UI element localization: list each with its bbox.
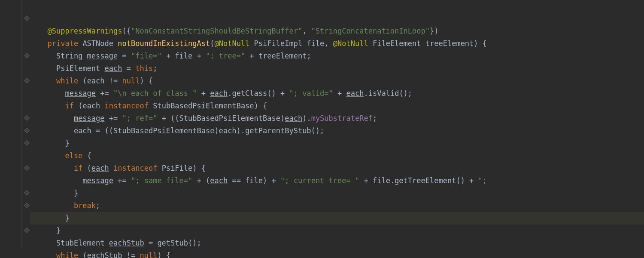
code-token: if [65,101,78,110]
code-token: + file + [162,52,206,60]
code-line[interactable]: PsiElement each = this; [30,62,644,75]
code-token: ( [87,164,91,172]
code-token: @NotNull [333,39,373,48]
code-token: } [74,189,78,197]
fold-collapse-icon[interactable] [24,227,30,233]
fold-end-icon [24,115,30,121]
code-token: each [219,126,237,135]
fold-end-icon [24,165,30,171]
code-token [100,101,104,110]
fold-collapse-icon[interactable] [24,15,30,21]
gutter-row [0,112,30,125]
code-token: , [302,27,311,35]
code-token: .getClass() + [228,89,289,98]
code-token: @SuppressWarnings [47,27,122,35]
code-editor[interactable]: @SuppressWarnings({"NonConstantStringSho… [0,0,644,258]
code-token: message [87,52,118,60]
code-line[interactable]: message += "; ref=" + ((StubBasedPsiElem… [30,112,644,125]
code-token: ). [302,114,311,123]
gutter-row [0,212,30,224]
code-token: } [65,214,69,222]
code-line[interactable]: } [30,212,644,224]
code-token: if [74,164,87,172]
code-line[interactable]: private ASTNode notBoundInExistingAst(@N… [30,37,644,50]
code-token: }) [430,27,438,35]
code-token: mySubstrateRef [311,114,373,123]
code-token: "file=" [131,52,162,60]
code-token: each [346,89,364,98]
code-token: == file) + [228,176,280,185]
code-token: = [118,52,131,60]
code-token: + ( [192,176,210,185]
code-line[interactable]: else { [30,150,644,162]
code-token: null [140,251,157,258]
code-token: } [56,226,61,235]
code-token: ).getParentByStub(); [237,126,325,135]
code-line[interactable]: } [30,137,644,150]
gutter-row [0,150,30,162]
code-line[interactable]: StubElement eachStub = getStub(); [30,237,644,249]
gutter-row [0,100,30,112]
gutter-row [0,0,30,12]
code-line[interactable]: if (each instanceof StubBasedPsiElementB… [30,100,644,112]
code-token: ; [373,114,377,123]
code-token: PsiFile) { [162,164,206,172]
code-line[interactable]: if (each instanceof PsiFile) { [30,162,644,175]
code-line[interactable]: } [30,187,644,200]
code-token [109,164,113,172]
code-line[interactable]: message += "\n each of class " + each.ge… [30,87,644,100]
fold-collapse-icon[interactable] [24,53,30,58]
code-token: eachStub [109,239,144,247]
code-token: += [105,114,122,123]
code-token: "\n each of class " [113,89,197,98]
gutter-row [0,137,30,150]
code-token: FileElement treeElement) { [373,39,487,48]
code-token: = [122,64,136,73]
code-area[interactable]: @SuppressWarnings({"NonConstantStringSho… [30,0,644,258]
fold-collapse-icon[interactable] [24,78,30,83]
code-token: PsiElement [56,64,105,73]
code-line[interactable]: while (each != null) { [30,75,644,87]
code-token: ASTNode [82,39,118,48]
fold-collapse-icon[interactable] [24,128,30,133]
code-token: "; ref=" [122,114,158,123]
code-line[interactable]: while (eachStub != null) { [30,249,644,258]
code-line[interactable]: } [30,224,644,237]
gutter-row [0,37,30,50]
gutter-row [0,162,30,175]
code-token: ( [82,77,87,85]
code-token: each [74,126,91,135]
code-token: + treeElement; [245,52,311,60]
fold-end-icon [24,203,30,208]
code-token: "StringConcatenationInLoop" [311,27,430,35]
code-token: ( [210,39,214,48]
code-line[interactable]: each = ((StubBasedPsiElementBase)each).g… [30,125,644,137]
code-token: += [96,89,113,98]
code-token: @NotNull [214,39,254,48]
code-token: ({ [122,27,131,35]
fold-collapse-icon[interactable] [24,140,30,146]
code-line[interactable]: break; [30,200,644,212]
gutter-row [0,87,30,100]
code-token: PsiFileImpl file, [254,39,333,48]
code-token: message [74,114,105,123]
code-token: "; same file=" [131,176,192,185]
code-line[interactable]: String message = "file=" + file + "; tre… [30,50,644,62]
code-token: String [56,52,87,60]
code-token: = getStub(); [144,239,201,247]
code-token: .isValid(); [364,89,413,98]
code-token: private [47,39,82,48]
gutter-row [0,50,30,62]
code-token: += [113,176,131,185]
code-token: + [333,89,346,98]
code-token: "NonConstantStringShouldBeStringBuffer" [131,27,302,35]
gutter-row [0,62,30,75]
gutter-row [0,187,30,200]
code-token: ) { [157,251,170,258]
code-token: instanceof [105,101,153,110]
code-line[interactable]: @SuppressWarnings({"NonConstantStringSho… [30,25,644,37]
code-token: while [56,251,82,258]
code-line[interactable]: message += "; same file=" + (each == fil… [30,175,644,187]
code-token: } [65,139,69,147]
code-token: each [285,114,302,123]
